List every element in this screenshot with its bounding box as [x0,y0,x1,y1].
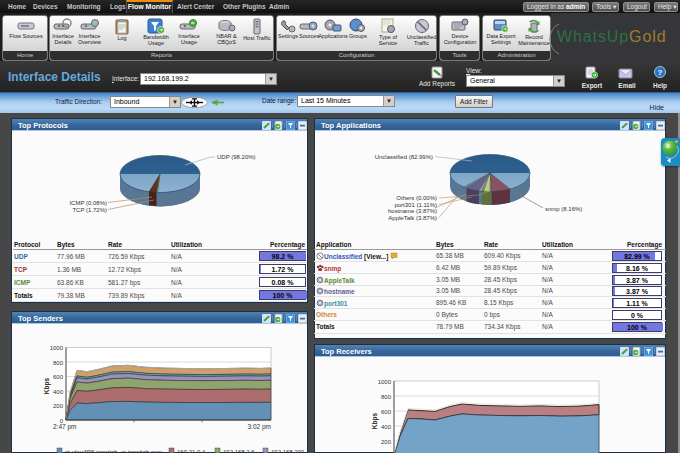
svg-text:?: ? [658,68,663,77]
svg-text:1000: 1000 [378,379,392,385]
svg-text:600: 600 [381,409,392,415]
svg-text:200: 200 [53,403,64,409]
svg-text:pt-vlou4f96.ipswitch..m.ipswit: pt-vlou4f96.ipswitch..m.ipswitch.com [65,449,162,453]
svg-text:TCP (1.72%): TCP (1.72%) [72,207,107,213]
svg-text:hostname (3.87%): hostname (3.87%) [388,208,437,214]
svg-text:Kbps: Kbps [371,412,379,429]
svg-text:Unclassified (82.99%): Unclassified (82.99%) [375,154,433,160]
svg-text:200: 200 [381,439,392,445]
svg-text:port301 (1.11%): port301 (1.11%) [394,202,437,208]
svg-text:3:02 pm: 3:02 pm [248,423,272,431]
svg-text:400: 400 [53,389,64,395]
svg-text:ICMP (0.08%): ICMP (0.08%) [69,200,107,206]
svg-text:UDP (98.20%): UDP (98.20%) [217,154,256,160]
svg-text:400: 400 [381,424,392,430]
svg-text:Kbps: Kbps [43,377,51,394]
svg-text:600: 600 [53,374,64,380]
svg-text:192.168.2.6: 192.168.2.6 [223,449,255,453]
svg-text:1000: 1000 [50,345,64,351]
svg-text:192.168.200.3: 192.168.200.3 [271,449,304,453]
svg-text:snmp (8.16%): snmp (8.16%) [545,206,582,212]
svg-text:2:47 pm: 2:47 pm [53,423,77,431]
svg-text:800: 800 [53,360,64,366]
svg-text:169.21.0.4: 169.21.0.4 [177,449,206,453]
svg-text:Others (0.00%): Others (0.00%) [396,195,437,201]
svg-text:AppleTalk (3.87%): AppleTalk (3.87%) [388,215,437,221]
svg-text:800: 800 [381,394,392,400]
